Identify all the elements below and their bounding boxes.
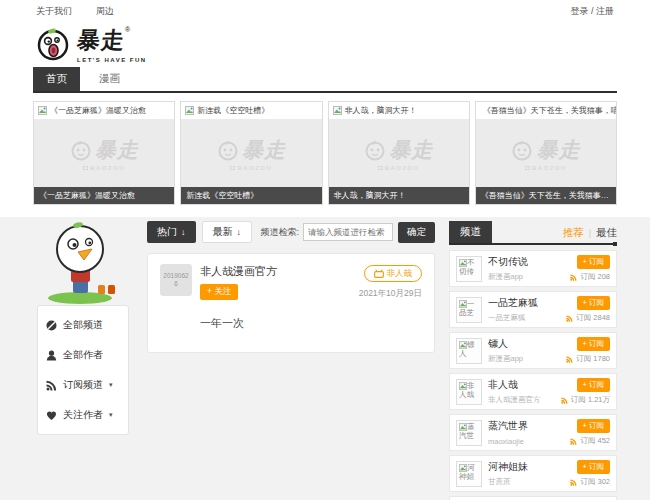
channel-name[interactable]: 河神姐妹 xyxy=(488,460,528,474)
top-utility-bar: 关于我们 周边 登录 / 注册 xyxy=(0,0,650,20)
channel-avatar: 镖人 xyxy=(456,338,482,364)
sidebar-item-subscribed-channels[interactable]: 订阅频道 ▾ xyxy=(46,378,120,392)
login-register-link[interactable]: 登录 / 注册 xyxy=(570,5,614,18)
channel-row-2[interactable]: 一品芝 一品芝麻狐+ 订阅 一品芝麻狐订阅 2848 xyxy=(449,291,617,328)
subscribe-button[interactable]: + 订阅 xyxy=(577,419,610,433)
channel-name[interactable]: 蒸汽世界 xyxy=(488,419,528,433)
main-nav: 首页 漫画 xyxy=(33,67,617,93)
left-sidebar: 全部频道 全部作者 订阅频道 ▾ 关注作者 ▾ xyxy=(33,221,133,435)
arrow-down-icon: ↓ xyxy=(181,227,186,237)
sidebar-item-followed-authors[interactable]: 关注作者 ▾ xyxy=(46,408,120,422)
channel-row-7[interactable]: 深夜零 深夜零点整+ 订阅 章小斗订阅 964 xyxy=(449,496,617,500)
follow-button[interactable]: + 关注 xyxy=(200,284,238,300)
channel-author: 甘蔗蔗 xyxy=(488,477,511,487)
channels-column: 频道 推荐 | 最佳 不切传 不切传说+ 订阅 新漫画app订阅 208 xyxy=(449,221,617,500)
channel-search-label: 频道检索: xyxy=(260,226,299,239)
sort-hot-button[interactable]: 热门↓ xyxy=(147,221,196,243)
subscribe-button[interactable]: + 订阅 xyxy=(577,255,610,269)
featured-card-3[interactable]: 非人哉，脑洞大开！ 暴走 BAOZOU 非人哉，脑洞大开！ xyxy=(328,101,470,205)
channel-row-1[interactable]: 不切传 不切传说+ 订阅 新漫画app订阅 208 xyxy=(449,250,617,287)
channel-subs-count: 订阅 302 xyxy=(580,477,610,487)
nav-tab-home[interactable]: 首页 xyxy=(33,67,80,91)
chevron-down-icon: ▾ xyxy=(109,411,113,419)
sidebar-item-label: 全部频道 xyxy=(63,318,103,332)
sidebar-item-label: 订阅频道 xyxy=(63,378,103,392)
sort-separator: | xyxy=(589,228,591,238)
channel-subs-count: 订阅 452 xyxy=(580,436,610,446)
featured-card-image: 暴走 BAOZOU xyxy=(181,119,321,187)
brand-name: 暴走 xyxy=(75,25,126,56)
arrow-down-icon: ↓ xyxy=(237,227,242,237)
nav-tab-comics[interactable]: 漫画 xyxy=(86,67,133,91)
watermark-brand: 暴走 xyxy=(242,136,286,164)
channel-subs-count: 订阅 208 xyxy=(580,272,610,282)
channel-author: maoxiaojie xyxy=(488,437,524,446)
rss-icon xyxy=(570,274,577,281)
subscribe-button[interactable]: + 订阅 xyxy=(577,378,610,392)
featured-card-title: 《吾猫当仙》天下苍生，关我猫事，喵~ xyxy=(483,105,616,116)
channel-name[interactable]: 一品芝麻狐 xyxy=(488,296,538,310)
post-channel-badge[interactable]: 非人哉 xyxy=(364,265,423,282)
rss-icon xyxy=(561,397,568,404)
feed-column: 热门↓ 最新↓ 频道检索: 确定 20190626 非人哉漫画官方 + 关注 xyxy=(147,221,435,353)
mascot-image xyxy=(40,219,126,305)
post-author-avatar[interactable]: 20190626 xyxy=(160,264,192,296)
sort-recommend-link[interactable]: 推荐 xyxy=(563,226,584,240)
subscribe-button[interactable]: + 订阅 xyxy=(577,337,610,351)
sidebar-item-label: 关注作者 xyxy=(63,408,103,422)
rss-icon xyxy=(566,356,573,363)
channel-row-4[interactable]: 非人哉 非人哉+ 订阅 非人哉漫画官方订阅 1.21万 xyxy=(449,373,617,410)
featured-card-caption: 《一品芝麻狐》温暖又治愈 xyxy=(34,187,174,204)
channel-row-3[interactable]: 镖人 镖人+ 订阅 新漫画app订阅 1780 xyxy=(449,332,617,369)
channels-underline xyxy=(449,243,617,245)
channel-row-5[interactable]: 蒸汽世 蒸汽世界+ 订阅 maoxiaojie订阅 452 xyxy=(449,414,617,451)
topbar-link-merch[interactable]: 周边 xyxy=(96,5,114,18)
subscribe-button[interactable]: + 订阅 xyxy=(577,460,610,474)
rss-icon xyxy=(570,438,577,445)
person-icon xyxy=(46,350,57,361)
featured-card-4[interactable]: 《吾猫当仙》天下苍生，关我猫事，喵~ 暴走 BAOZOU 《吾猫当仙》天下苍生，… xyxy=(475,101,617,205)
featured-card-title: 新连载《空空吐槽》 xyxy=(197,105,269,116)
search-confirm-button[interactable]: 确定 xyxy=(398,222,435,243)
channel-name[interactable]: 不切传说 xyxy=(488,255,528,269)
watermark-sub: BAOZOU xyxy=(237,165,272,171)
broken-image-icon xyxy=(459,382,467,390)
baozou-face-icon xyxy=(36,26,72,62)
watermark-brand: 暴走 xyxy=(95,136,139,164)
post-channel-badge-label: 非人哉 xyxy=(387,268,413,280)
chevron-down-icon: ▾ xyxy=(109,381,113,389)
baozou-logo[interactable]: 暴走 ® LET'S HAVE FUN xyxy=(36,25,614,63)
post-author-name[interactable]: 非人哉漫画官方 xyxy=(200,264,359,279)
sort-best-link[interactable]: 最佳 xyxy=(596,226,617,240)
sidebar-menu: 全部频道 全部作者 订阅频道 ▾ 关注作者 ▾ xyxy=(37,305,129,435)
channel-search-input[interactable] xyxy=(303,223,393,241)
watermark-brand: 暴走 xyxy=(389,136,433,164)
channel-name[interactable]: 镖人 xyxy=(488,337,508,351)
sidebar-item-all-channels[interactable]: 全部频道 xyxy=(46,318,120,332)
watermark-face-icon xyxy=(511,139,533,161)
featured-card-image: 暴走 BAOZOU xyxy=(476,119,616,187)
post-date: 2021年10月29日 xyxy=(359,288,422,300)
featured-card-1[interactable]: 《一品芝麻狐》温暖又治愈 暴走 BAOZOU 《一品芝麻狐》温暖又治愈 xyxy=(33,101,175,205)
featured-card-caption: 新连载《空空吐槽》 xyxy=(181,187,321,204)
broken-image-icon xyxy=(38,106,47,115)
channel-author: 新漫画app xyxy=(488,354,523,364)
channel-row-6[interactable]: 河神姐 河神姐妹+ 订阅 甘蔗蔗订阅 302 xyxy=(449,455,617,492)
topbar-link-about[interactable]: 关于我们 xyxy=(36,5,72,18)
brand-tagline: LET'S HAVE FUN xyxy=(77,57,147,63)
featured-card-2[interactable]: 新连载《空空吐槽》 暴走 BAOZOU 新连载《空空吐槽》 xyxy=(180,101,322,205)
sidebar-item-all-authors[interactable]: 全部作者 xyxy=(46,348,120,362)
channel-author: 一品芝麻狐 xyxy=(488,313,526,323)
channel-avatar: 不切传 xyxy=(456,256,482,282)
featured-card-caption: 非人哉，脑洞大开！ xyxy=(329,187,469,204)
channel-subs-count: 订阅 1.21万 xyxy=(571,395,610,405)
channel-name[interactable]: 非人哉 xyxy=(488,378,518,392)
channels-tab[interactable]: 频道 xyxy=(449,221,492,243)
watermark-face-icon xyxy=(364,139,386,161)
subscribe-button[interactable]: + 订阅 xyxy=(577,296,610,310)
watermark-brand: 暴走 xyxy=(536,136,580,164)
channel-subs-count: 订阅 1780 xyxy=(576,354,610,364)
sort-latest-button[interactable]: 最新↓ xyxy=(202,221,253,243)
broken-image-icon xyxy=(459,423,467,431)
featured-carousel: 《一品芝麻狐》温暖又治愈 暴走 BAOZOU 《一品芝麻狐》温暖又治愈 新连载《… xyxy=(0,93,650,217)
